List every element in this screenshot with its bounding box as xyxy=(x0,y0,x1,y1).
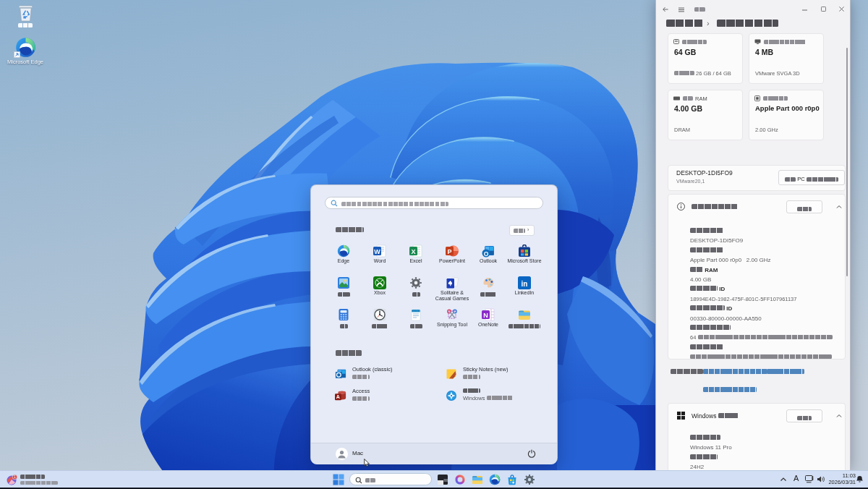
svg-text:N: N xyxy=(483,312,488,319)
svg-text:W: W xyxy=(374,248,380,255)
svg-text:O: O xyxy=(484,250,489,258)
svg-text:P: P xyxy=(447,248,451,255)
svg-text:A: A xyxy=(336,394,340,400)
svg-text:in: in xyxy=(522,280,528,288)
svg-text:X: X xyxy=(411,248,415,255)
svg-text:1: 1 xyxy=(14,475,16,479)
